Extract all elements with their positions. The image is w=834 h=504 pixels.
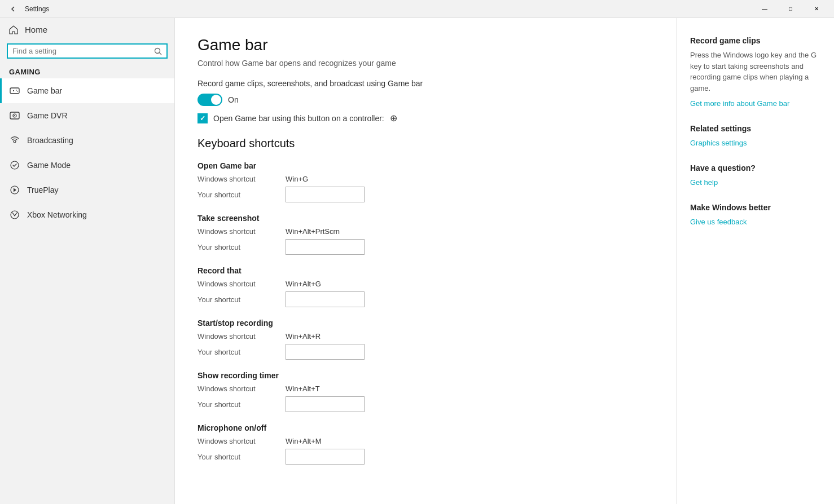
trueplay-icon [9,184,20,196]
shortcut-value: Win+G [286,175,308,183]
shortcut-your-row: Your shortcut [197,291,653,307]
shortcut-your-row: Your shortcut [197,344,653,360]
sidebar-item-broadcasting[interactable]: Broadcasting [0,128,174,153]
right-section-title: Make Windows better [690,203,820,212]
sidebar-item-game-dvr[interactable]: Game DVR [0,103,174,128]
shortcut-group-open-game-bar: Open Game bar Windows shortcut Win+G You… [197,161,653,202]
windows-shortcut-label: Windows shortcut [197,227,276,236]
svg-line-1 [160,52,162,55]
svg-point-9 [14,115,15,116]
shortcut-windows-row: Windows shortcut Win+Alt+PrtScrn [197,227,653,236]
your-shortcut-label: Your shortcut [197,295,276,304]
your-shortcut-input[interactable] [286,291,365,307]
svg-point-5 [16,90,17,91]
windows-shortcut-label: Windows shortcut [197,437,276,445]
main-content: Game bar Control how Game bar opens and … [175,18,676,504]
give-feedback-link[interactable]: Give us feedback [690,218,747,226]
maximize-button[interactable]: □ [778,0,804,18]
your-shortcut-input[interactable] [286,239,365,255]
gamebar-toggle[interactable] [197,94,222,106]
check-mark: ✓ [200,114,205,122]
search-box[interactable] [7,43,168,59]
svg-point-10 [14,140,16,143]
checkbox-label: Open Game bar using this button on a con… [213,113,397,123]
shortcuts-title: Keyboard shortcuts [197,137,653,150]
sidebar-section-title: Gaming [0,63,174,78]
toggle-row: On [197,94,653,106]
svg-rect-2 [10,88,19,94]
back-button[interactable] [5,1,21,17]
your-shortcut-input[interactable] [286,396,365,412]
shortcut-value: Win+Alt+T [286,384,320,393]
page-subtitle: Control how Game bar opens and recognize… [197,59,653,68]
close-button[interactable]: ✕ [804,0,829,18]
app-body: Home Gaming Ga [0,18,834,504]
right-section-title: Have a question? [690,163,820,173]
windows-shortcut-label: Windows shortcut [197,280,276,288]
xbox-controller-icon: ⊕ [390,113,397,123]
shortcut-name: Record that [197,266,653,275]
sidebar-item-xbox-networking[interactable]: Xbox Networking [0,202,174,227]
right-section-related: Related settings Graphics settings [690,124,820,148]
shortcut-your-row: Your shortcut [197,449,653,465]
your-shortcut-label: Your shortcut [197,243,276,251]
shortcut-windows-row: Windows shortcut Win+Alt+G [197,280,653,288]
gameclips-desc: Record game clips, screenshots, and broa… [197,79,653,88]
sidebar-item-trueplay[interactable]: TruePlay [0,178,174,202]
search-icon [154,47,162,55]
sidebar-home[interactable]: Home [0,18,174,41]
sidebar-item-label: TruePlay [27,185,59,194]
titlebar: Settings — □ ✕ [0,0,834,18]
sidebar-item-label: Broadcasting [27,136,73,145]
shortcut-name: Start/stop recording [197,319,653,328]
shortcut-your-row: Your shortcut [197,396,653,412]
controller-checkbox[interactable]: ✓ [197,113,208,123]
shortcut-value: Win+Alt+G [286,280,321,288]
sidebar-item-label: Game bar [27,86,62,95]
game-bar-icon [9,85,20,96]
get-more-info-link[interactable]: Get more info about Game bar [690,99,789,108]
right-section-feedback: Make Windows better Give us feedback [690,203,820,227]
your-shortcut-label: Your shortcut [197,453,276,461]
broadcasting-icon [9,135,20,146]
shortcut-group-recording-timer: Show recording timer Windows shortcut Wi… [197,371,653,412]
shortcut-name: Open Game bar [197,161,653,170]
game-mode-icon [9,160,20,171]
get-help-link[interactable]: Get help [690,178,718,187]
shortcut-windows-row: Windows shortcut Win+Alt+T [197,384,653,393]
right-section-text: Press the Windows logo key and the G key… [690,50,820,94]
your-shortcut-label: Your shortcut [197,348,276,356]
shortcut-name: Take screenshot [197,214,653,223]
your-shortcut-label: Your shortcut [197,400,276,409]
home-label: Home [25,25,47,34]
shortcut-value: Win+Alt+M [286,437,322,445]
sidebar-item-label: Game DVR [27,111,68,120]
toggle-label: On [228,95,239,104]
sidebar-item-game-mode[interactable]: Game Mode [0,153,174,178]
svg-point-11 [11,161,19,169]
checkbox-row: ✓ Open Game bar using this button on a c… [197,113,653,123]
game-dvr-icon [9,110,20,121]
shortcut-windows-row: Windows shortcut Win+Alt+M [197,437,653,445]
sidebar: Home Gaming Ga [0,18,175,504]
window-controls: — □ ✕ [752,0,829,18]
shortcut-group-screenshot: Take screenshot Windows shortcut Win+Alt… [197,214,653,255]
sidebar-item-game-bar[interactable]: Game bar [0,78,174,103]
search-input[interactable] [12,47,154,55]
your-shortcut-input[interactable] [286,187,365,202]
graphics-settings-link[interactable]: Graphics settings [690,139,747,147]
shortcut-group-start-stop: Start/stop recording Windows shortcut Wi… [197,319,653,360]
your-shortcut-input[interactable] [286,344,365,360]
svg-point-13 [11,211,19,219]
your-shortcut-label: Your shortcut [197,191,276,199]
sidebar-item-label: Game Mode [27,161,71,170]
titlebar-title: Settings [25,5,49,13]
svg-point-6 [17,91,18,92]
sidebar-item-label: Xbox Networking [27,210,87,219]
svg-point-0 [155,48,160,53]
your-shortcut-input[interactable] [286,449,365,465]
home-icon [9,25,18,34]
minimize-button[interactable]: — [752,0,778,18]
right-panel: Record game clips Press the Windows logo… [676,18,834,504]
windows-shortcut-label: Windows shortcut [197,384,276,393]
